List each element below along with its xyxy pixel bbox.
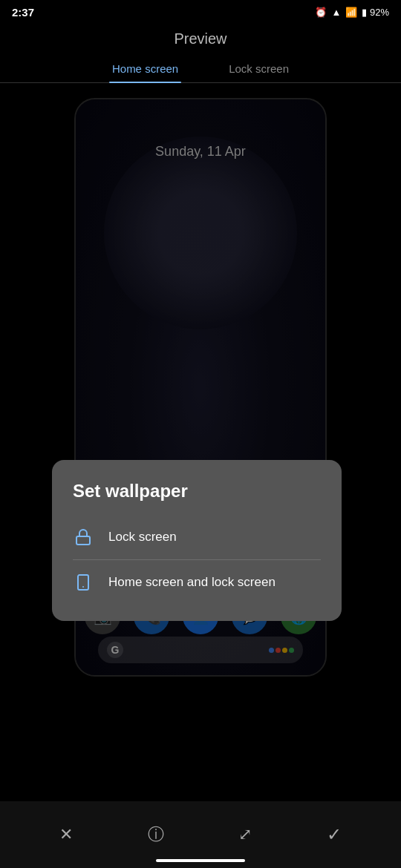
confirm-button[interactable]: ✓ (327, 824, 342, 845)
dialog-title: Set wallpaper (73, 481, 321, 502)
wifi-icon: ▲ (331, 7, 341, 18)
home-and-lock-option[interactable]: Home screen and lock screen (73, 565, 321, 600)
phone-icon (73, 572, 94, 593)
set-wallpaper-dialog: Set wallpaper Lock screen Home screen an… (52, 460, 342, 621)
page-title: Preview (0, 22, 401, 55)
lock-icon (73, 527, 94, 548)
status-bar: 2:37 ⏰ ▲ 📶 ▮ 92% (0, 0, 401, 22)
close-button[interactable]: ✕ (59, 825, 73, 844)
divider (73, 559, 321, 560)
time: 2:37 (12, 6, 34, 19)
bottom-navigation: ✕ ⓘ ⤢ ✓ (0, 801, 401, 868)
lock-screen-option[interactable]: Lock screen (73, 519, 321, 555)
home-indicator (156, 859, 245, 862)
alarm-icon: ⏰ (315, 7, 327, 18)
home-and-lock-label: Home screen and lock screen (108, 574, 276, 591)
preview-area: Sunday, 11 Apr 🗺 Google 📁 Storage ▶ Ente… (0, 83, 401, 691)
tab-home-screen[interactable]: Home screen (109, 55, 181, 82)
lock-screen-label: Lock screen (108, 529, 177, 545)
status-icons: ⏰ ▲ 📶 ▮ 92% (315, 7, 389, 18)
expand-button[interactable]: ⤢ (238, 825, 252, 844)
tab-bar: Home screen Lock screen (0, 55, 401, 83)
tab-lock-screen[interactable]: Lock screen (226, 55, 292, 82)
info-button[interactable]: ⓘ (148, 823, 164, 846)
battery-icon: ▮ 92% (362, 7, 389, 18)
signal-icon: 📶 (345, 7, 357, 18)
svg-rect-0 (76, 536, 90, 545)
